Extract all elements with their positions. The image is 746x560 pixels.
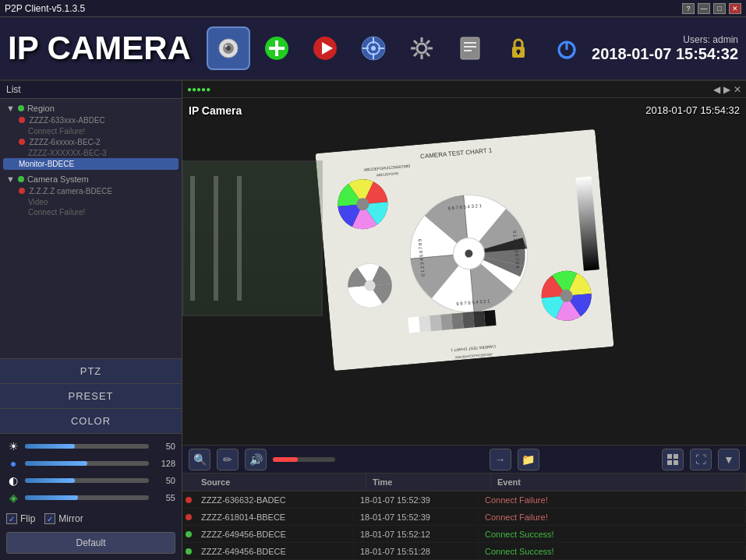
contrast-icon: ● bbox=[6, 457, 20, 470]
event-time: 18-01-07 15:52:39 bbox=[354, 494, 479, 506]
toolbar-power-btn[interactable] bbox=[545, 26, 589, 70]
contrast-slider[interactable] bbox=[25, 461, 149, 466]
brightness-icon: ☀ bbox=[6, 440, 20, 453]
device-tree: ▼ Region ZZZZ-633xxx-ABDEC Connect Failu… bbox=[0, 99, 182, 358]
ptz-button[interactable]: PTZ bbox=[0, 359, 182, 384]
volume-slider[interactable] bbox=[273, 457, 335, 462]
event-log-row: ZZZZ-649456-BDECE 18-01-07 15:51:28 Conn… bbox=[182, 543, 746, 560]
mirror-checkbox[interactable] bbox=[44, 513, 55, 524]
flip-checkbox[interactable] bbox=[6, 513, 17, 524]
event-log-header: Source Time Event bbox=[182, 474, 746, 491]
close-btn[interactable]: ✕ bbox=[729, 3, 741, 14]
tree-group-2: ▼ Camera System Z.Z.Z.Z camera-BDECE Vid… bbox=[3, 173, 179, 217]
preset-button[interactable]: PRESET bbox=[0, 384, 182, 409]
svg-rect-68 bbox=[667, 460, 672, 465]
event-status-dot bbox=[186, 531, 192, 537]
event-status-dot bbox=[186, 548, 192, 555]
group2-label: Camera System bbox=[27, 174, 89, 184]
tree-item[interactable]: ZZZZ-633xxx-ABDEC bbox=[3, 114, 179, 126]
saturation-slider[interactable] bbox=[25, 478, 149, 483]
svg-line-24 bbox=[414, 53, 417, 56]
header: IP CAMERA bbox=[0, 17, 746, 81]
tree-group-1: ▼ Region ZZZZ-633xxx-ABDEC Connect Failu… bbox=[3, 102, 179, 170]
svg-point-11 bbox=[371, 46, 376, 51]
hue-slider[interactable] bbox=[25, 495, 149, 500]
toolbar-play-btn[interactable] bbox=[303, 26, 347, 70]
default-button[interactable]: Default bbox=[6, 532, 175, 554]
datetime-overlay: 2018-01-07 15:54:32 bbox=[645, 104, 740, 116]
event-indicator bbox=[182, 548, 195, 555]
hue-value: 55 bbox=[154, 493, 175, 502]
event-description: Connect Failure! bbox=[479, 511, 746, 523]
tree-group-header-1[interactable]: ▼ Region bbox=[3, 102, 179, 114]
svg-point-16 bbox=[417, 44, 426, 53]
event-time: 18-01-07 15:52:39 bbox=[354, 511, 479, 523]
folder-button[interactable]: 📁 bbox=[518, 449, 539, 470]
brightness-fill bbox=[25, 444, 75, 449]
toolbar-files-btn[interactable] bbox=[448, 26, 492, 70]
maximize-btn[interactable]: □ bbox=[713, 3, 726, 14]
minimize-btn[interactable]: — bbox=[698, 3, 710, 14]
expand-button[interactable]: ⛶ bbox=[690, 449, 712, 470]
svg-line-23 bbox=[426, 41, 430, 44]
color-controls: ☀ 50 ● 128 ◐ bbox=[0, 434, 182, 560]
event-log-row: ZZZZ-636632-BADEC 18-01-07 15:52:39 Conn… bbox=[182, 491, 746, 509]
toolbar-camera-btn[interactable] bbox=[207, 26, 250, 70]
zoom-button[interactable]: 🔍 bbox=[189, 449, 210, 470]
sidebar-controls: PTZ PRESET COLOR ☀ 50 ● bbox=[0, 358, 182, 560]
toolbar-lock-btn[interactable] bbox=[497, 26, 540, 70]
next-icon[interactable]: ▶ bbox=[723, 84, 730, 95]
event-description: Connect Success! bbox=[479, 545, 746, 558]
svg-rect-56 bbox=[408, 316, 420, 333]
video-controls: 🔍 ✏ 🔊 → 📁 ⛶ ▼ bbox=[182, 445, 746, 473]
tree-item[interactable]: Z.Z.Z.Z camera-BDECE bbox=[3, 185, 179, 197]
video-status: ●●●●● bbox=[187, 85, 210, 93]
event-time: 18-01-07 15:51:28 bbox=[354, 545, 479, 558]
event-source: ZZZZ-618014-BBECE bbox=[195, 511, 354, 523]
event-time: 18-01-07 15:52:12 bbox=[354, 528, 479, 541]
hue-fill bbox=[25, 495, 78, 500]
svg-rect-61 bbox=[462, 312, 475, 328]
event-log-row: ZZZZ-649456-BDECE 18-01-07 15:52:12 Conn… bbox=[182, 526, 746, 543]
more-button[interactable]: ▼ bbox=[718, 449, 740, 470]
svg-rect-57 bbox=[419, 315, 431, 332]
hue-icon: ◈ bbox=[6, 491, 20, 504]
svg-rect-58 bbox=[430, 315, 442, 331]
draw-button[interactable]: ✏ bbox=[217, 449, 239, 470]
toolbar-settings-btn[interactable] bbox=[400, 26, 444, 70]
video-close-icon[interactable]: ✕ bbox=[734, 84, 741, 95]
event-indicator bbox=[182, 497, 195, 503]
brightness-slider[interactable] bbox=[25, 444, 149, 449]
app-title: IP CAMERA bbox=[8, 32, 191, 65]
flip-checkbox-label[interactable]: Flip bbox=[6, 513, 35, 524]
svg-rect-66 bbox=[667, 454, 672, 459]
prev-icon[interactable]: ◀ bbox=[713, 84, 720, 95]
group1-label: Region bbox=[27, 104, 55, 113]
svg-rect-69 bbox=[674, 460, 678, 465]
group2-status-dot bbox=[18, 176, 24, 182]
camera-label-overlay: IP Camera bbox=[189, 104, 242, 117]
sidebar-list-header: List bbox=[0, 81, 182, 99]
item-status-dot bbox=[19, 188, 25, 194]
saturation-icon: ◐ bbox=[6, 474, 20, 487]
tree-item[interactable]: ZZZZ-6xxxxx-BEC-2 bbox=[3, 136, 179, 148]
checkbox-row: Flip Mirror bbox=[6, 509, 175, 529]
color-button[interactable]: COLOR bbox=[0, 409, 182, 434]
volume-button[interactable]: 🔊 bbox=[245, 449, 267, 470]
svg-rect-6 bbox=[269, 47, 285, 50]
question-btn[interactable]: ? bbox=[682, 3, 695, 14]
grid-button[interactable] bbox=[662, 449, 684, 470]
mirror-checkbox-label[interactable]: Mirror bbox=[44, 513, 83, 524]
toolbar-add-btn[interactable] bbox=[255, 26, 299, 70]
flip-label: Flip bbox=[20, 513, 35, 524]
arrow-right-button[interactable]: → bbox=[490, 449, 511, 470]
tree-group-header-2[interactable]: ▼ Camera System bbox=[3, 173, 179, 185]
toolbar-ptz-btn[interactable] bbox=[352, 26, 395, 70]
camera-test-chart: CAMERA TEST CHART 1 ABCDEFGHIJ1234567890… bbox=[315, 129, 613, 370]
window-controls: ? — □ ✕ bbox=[682, 3, 741, 14]
event-rows: ZZZZ-636632-BADEC 18-01-07 15:52:39 Conn… bbox=[182, 491, 746, 560]
event-description: Connect Failure! bbox=[479, 494, 746, 506]
tree-item-selected[interactable]: Monitor-BDECE bbox=[3, 158, 179, 170]
content-area: ●●●●● ◀ ▶ ✕ CAMERA TEST CHART 1 ABCDEFGH… bbox=[182, 81, 746, 560]
contrast-slider-row: ● 128 bbox=[6, 457, 175, 470]
